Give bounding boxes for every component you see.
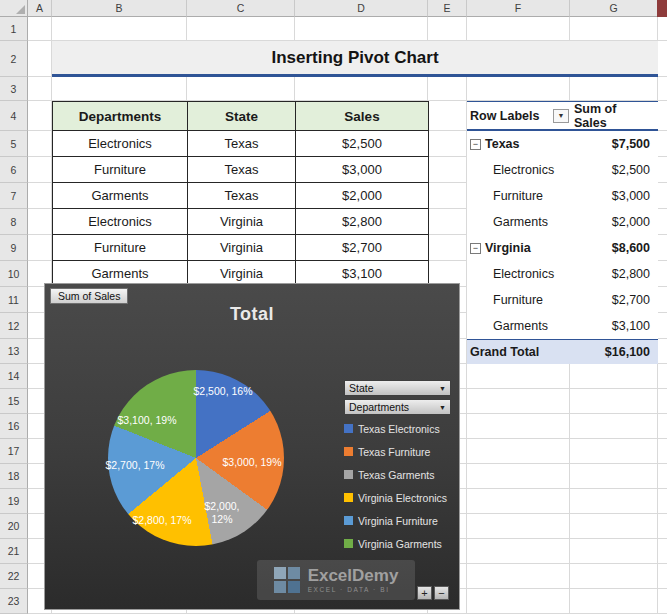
pivot-row-value: $2,500	[570, 163, 658, 177]
select-all-triangle-icon	[16, 5, 25, 14]
legend-label: Texas Electronics	[358, 423, 440, 435]
departments-field-button[interactable]: Departments▼	[344, 399, 451, 415]
column-header-g[interactable]: G	[570, 0, 658, 17]
row-header-22[interactable]: 22	[0, 564, 28, 589]
row-header-13[interactable]: 13	[0, 339, 28, 364]
data-table-cell[interactable]: Electronics	[53, 131, 188, 157]
row-header-21[interactable]: 21	[0, 539, 28, 564]
row-labels-filter-button[interactable]: ▼	[553, 109, 569, 123]
row-header-7[interactable]: 7	[0, 183, 28, 209]
pivot-row-label-cell: −Texas	[467, 131, 570, 157]
data-table-header-sales[interactable]: Sales	[296, 102, 429, 131]
row-header-18[interactable]: 18	[0, 464, 28, 489]
collapse-button[interactable]: −	[470, 139, 481, 150]
state-field-button[interactable]: State▼	[344, 380, 451, 396]
column-header-b[interactable]: B	[52, 0, 187, 17]
sheet-body: Inserting Pivot Chart DepartmentsStateSa…	[28, 17, 667, 614]
pivot-row-texas[interactable]: −Texas$7,500	[467, 131, 658, 157]
pivot-header-row: Row Labels▼Sum of Sales	[467, 101, 658, 131]
row-header-1[interactable]: 1	[0, 17, 28, 41]
column-header-a[interactable]: A	[28, 0, 52, 17]
data-table-header-state[interactable]: State	[188, 102, 296, 131]
pivot-row-grand-total[interactable]: Grand Total$16,100	[467, 339, 658, 364]
chart-zoom-buttons: +−	[417, 586, 449, 600]
legend-item[interactable]: Virginia Electronics	[344, 486, 447, 509]
data-table-cell[interactable]: Furniture	[53, 157, 188, 183]
pivot-row-label-cell: Garments	[467, 313, 570, 339]
sum-of-sales-field-button[interactable]: Sum of Sales	[50, 288, 128, 304]
zoom-in-button[interactable]: +	[417, 586, 432, 600]
data-table-cell[interactable]: Texas	[188, 157, 296, 183]
pie-data-label: $2,700, 17%	[106, 459, 165, 472]
legend-item[interactable]: Virginia Garments	[344, 532, 447, 555]
column-headers: ABCDEFG	[28, 0, 658, 17]
column-header-d[interactable]: D	[295, 0, 428, 17]
data-table-cell[interactable]: Virginia	[188, 235, 296, 261]
collapse-button[interactable]: −	[470, 243, 481, 254]
data-table-header-departments[interactable]: Departments	[53, 102, 188, 131]
legend-label: Texas Garments	[358, 469, 434, 481]
pivot-row-label-cell: Garments	[467, 209, 570, 235]
pivot-row-furniture[interactable]: Furniture$2,700	[467, 287, 658, 313]
row-header-5[interactable]: 5	[0, 131, 28, 157]
pivot-row-garments[interactable]: Garments$3,100	[467, 313, 658, 339]
legend-item[interactable]: Texas Garments	[344, 463, 447, 486]
row-header-9[interactable]: 9	[0, 235, 28, 261]
row-header-12[interactable]: 12	[0, 313, 28, 339]
data-table-cell[interactable]: $2,700	[296, 235, 429, 261]
row-header-8[interactable]: 8	[0, 209, 28, 235]
pivot-row-garments[interactable]: Garments$2,000	[467, 209, 658, 235]
data-table-cell[interactable]: Garments	[53, 183, 188, 209]
row-header-16[interactable]: 16	[0, 414, 28, 439]
row-header-17[interactable]: 17	[0, 439, 28, 464]
pivot-row-value: $3,100	[570, 319, 658, 333]
legend-item[interactable]: Texas Furniture	[344, 440, 447, 463]
exceldemy-watermark: ExcelDemy EXCEL · DATA · BI	[257, 560, 415, 600]
row-header-10[interactable]: 10	[0, 261, 28, 287]
data-table-row: ElectronicsTexas$2,500	[53, 131, 429, 157]
row-header-14[interactable]: 14	[0, 364, 28, 389]
column-header-c[interactable]: C	[187, 0, 295, 17]
pivot-row-label-cell: −Virginia	[467, 235, 570, 261]
data-table-cell[interactable]: $3,000	[296, 157, 429, 183]
row-header-6[interactable]: 6	[0, 157, 28, 183]
pivot-row-electronics[interactable]: Electronics$2,800	[467, 261, 658, 287]
row-header-23[interactable]: 23	[0, 589, 28, 614]
legend-item[interactable]: Texas Electronics	[344, 417, 447, 440]
row-header-15[interactable]: 15	[0, 389, 28, 414]
pivot-chart[interactable]: Sum of Sales Total $2,500, 16%$3,000, 19…	[44, 283, 460, 610]
row-header-4[interactable]: 4	[0, 101, 28, 131]
column-header-f[interactable]: F	[467, 0, 570, 17]
data-table-row: ElectronicsVirginia$2,800	[53, 209, 429, 235]
field-button-label: Departments	[349, 401, 409, 413]
pivot-row-furniture[interactable]: Furniture$3,000	[467, 183, 658, 209]
data-table-cell[interactable]: Electronics	[53, 209, 188, 235]
pie-data-label: $3,000, 19%	[223, 456, 282, 469]
row-header-3[interactable]: 3	[0, 77, 28, 101]
chart-legend: Texas ElectronicsTexas FurnitureTexas Ga…	[344, 417, 447, 555]
worksheet-title-cell[interactable]: Inserting Pivot Chart	[52, 41, 658, 77]
data-table-cell[interactable]: Furniture	[53, 235, 188, 261]
pivot-row-virginia[interactable]: −Virginia$8,600	[467, 235, 658, 261]
zoom-out-button[interactable]: −	[434, 586, 449, 600]
row-header-19[interactable]: 19	[0, 489, 28, 514]
data-table-cell[interactable]: Virginia	[188, 209, 296, 235]
data-table-cell[interactable]: Texas	[188, 131, 296, 157]
data-table-cell[interactable]: $2,800	[296, 209, 429, 235]
legend-label: Virginia Garments	[358, 538, 442, 550]
legend-item[interactable]: Virginia Furniture	[344, 509, 447, 532]
select-all-button[interactable]	[0, 0, 28, 17]
legend-label: Virginia Electronics	[358, 492, 447, 504]
row-header-2[interactable]: 2	[0, 41, 28, 77]
pivot-row-label: Virginia	[485, 241, 531, 255]
pivot-row-electronics[interactable]: Electronics$2,500	[467, 157, 658, 183]
chevron-down-icon: ▼	[439, 385, 446, 392]
data-table-cell[interactable]: $2,500	[296, 131, 429, 157]
pivot-row-label-cell: Furniture	[467, 287, 570, 313]
row-header-11[interactable]: 11	[0, 287, 28, 313]
data-table-cell[interactable]: Texas	[188, 183, 296, 209]
row-header-20[interactable]: 20	[0, 514, 28, 539]
pivot-header-row-labels[interactable]: Row Labels▼	[467, 102, 570, 129]
data-table-cell[interactable]: $2,000	[296, 183, 429, 209]
column-header-e[interactable]: E	[428, 0, 467, 17]
